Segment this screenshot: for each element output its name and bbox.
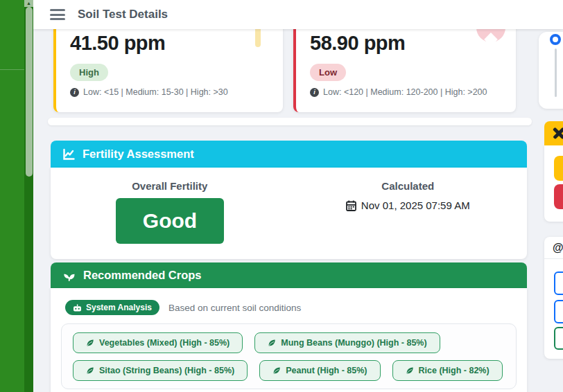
seedling-icon: [62, 269, 76, 282]
calculated-label: Calculated: [289, 180, 528, 192]
card-row-bottom-edge: [48, 118, 532, 125]
slider-handle[interactable]: [550, 34, 561, 45]
danger-action-button[interactable]: [554, 184, 563, 209]
calculated-date: Nov 01, 2025 07:59 AM: [361, 199, 470, 211]
tools-panel-header: [544, 121, 563, 145]
crop-chip[interactable]: Peanut (High - 85%): [259, 360, 380, 381]
sidebar-scrollbar-thumb[interactable]: [26, 7, 33, 177]
leaf-icon: [272, 366, 281, 375]
at-sign-icon: @: [553, 242, 563, 254]
calculated-date-row: Nov 01, 2025 07:59 AM: [289, 199, 528, 211]
range-info-row: i Low: <15 | Medium: 15-30 | High: >30: [70, 87, 228, 97]
leaf-icon: [268, 339, 276, 347]
warning-action-button[interactable]: [554, 156, 563, 181]
fertility-panel-body: Overall Fertility Calculated Good Nov 01…: [51, 168, 527, 259]
range-info-row: i Low: <120 | Medium: 120-200 | High: >2…: [310, 87, 487, 97]
crops-panel-body: System Analysis Based on current soil co…: [51, 288, 527, 392]
scroll-up-arrow-icon[interactable]: ▲: [24, 0, 33, 7]
badge-label: System Analysis: [86, 303, 152, 312]
attachments-panel: @: [544, 237, 563, 359]
robot-icon: [73, 304, 82, 312]
fertility-panel-header: Fertility Assessment: [51, 141, 527, 168]
nutrient-value: 58.90 ppm: [310, 32, 405, 55]
range-info-text: Low: <15 | Medium: 15-30 | High: >30: [83, 87, 228, 97]
analysis-note: Based on current soil conditions: [168, 303, 301, 313]
recommended-crops-panel: Recommended Crops System Analysis Based …: [51, 262, 527, 392]
panel-divider: [544, 258, 563, 259]
outline-action-button-1[interactable]: [554, 271, 563, 295]
page-title: Soil Test Details: [78, 8, 168, 21]
crop-chip[interactable]: Vegetables (Mixed) (High - 85%): [73, 332, 243, 353]
crop-chip-label: Sitao (String Beans) (High - 85%): [99, 366, 234, 375]
analysis-row: System Analysis Based on current soil co…: [65, 300, 301, 315]
right-card-slider: [539, 32, 563, 109]
fertility-assessment-panel: Fertility Assessment Overall Fertility C…: [51, 141, 527, 259]
crop-chip[interactable]: Mung Beans (Munggo) (High - 85%): [254, 332, 440, 353]
crop-chip[interactable]: Sitao (String Beans) (High - 85%): [73, 360, 248, 381]
calendar-icon: [346, 200, 356, 211]
nutrient-icon-partial: [255, 26, 261, 47]
info-circle-icon: i: [310, 88, 319, 97]
info-circle-icon: i: [70, 88, 79, 97]
soil-test-details-page: ▲ Soil Test Details 41.50 ppm High i Low…: [0, 0, 563, 392]
menu-icon[interactable]: [50, 9, 65, 20]
sidebar-nav: ▲: [0, 0, 33, 392]
value-number: 58.90: [310, 32, 358, 54]
slider-track: [555, 48, 557, 97]
range-info-text: Low: <120 | Medium: 120-200 | High: >200: [323, 87, 487, 97]
section-title: Fertility Assessment: [83, 148, 194, 161]
tools-panel-body: [544, 145, 563, 222]
crop-chip-label: Mung Beans (Munggo) (High - 85%): [281, 338, 426, 348]
crop-chip-label: Vegetables (Mixed) (High - 85%): [99, 338, 229, 348]
fertility-status-badge: Good: [116, 198, 224, 244]
outline-action-button-2[interactable]: [554, 300, 563, 323]
crop-chip-label: Peanut (High - 85%): [286, 366, 367, 375]
section-title: Recommended Crops: [83, 269, 202, 282]
nutrient-value: 41.50 ppm: [70, 32, 165, 55]
crop-chip[interactable]: Rice (High - 82%): [392, 360, 503, 381]
crop-chips-panel: Vegetables (Mixed) (High - 85%) Mung Bea…: [61, 323, 517, 389]
top-bar: Soil Test Details: [33, 0, 563, 29]
leaf-icon: [86, 339, 94, 347]
value-unit: ppm: [124, 32, 166, 54]
chart-line-icon: [62, 148, 75, 161]
level-badge: Low: [310, 64, 346, 81]
crop-chip-label: Rice (High - 82%): [419, 366, 490, 375]
sidebar-scrollbar[interactable]: ▲: [24, 0, 33, 392]
value-number: 41.50: [70, 32, 119, 54]
overall-fertility-label: Overall Fertility: [51, 180, 289, 192]
system-analysis-badge: System Analysis: [65, 300, 159, 315]
leaf-icon: [86, 366, 94, 375]
sidebar-divider: [0, 69, 24, 70]
value-unit: ppm: [364, 32, 406, 54]
level-badge: High: [70, 64, 108, 81]
crops-panel-header: Recommended Crops: [51, 262, 527, 288]
leaf-icon: [406, 366, 414, 375]
outline-action-button-3[interactable]: [554, 327, 563, 350]
